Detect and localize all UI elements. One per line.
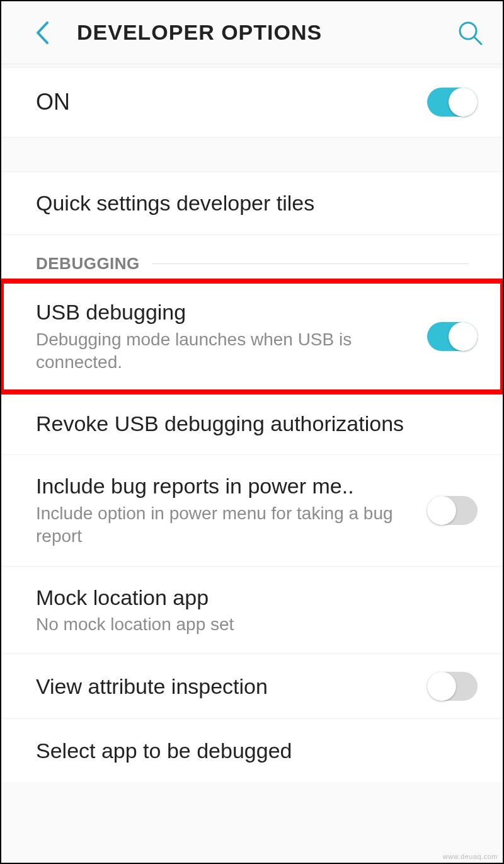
watermark: www.deuaq.com <box>443 853 498 860</box>
page-title: DEVELOPER OPTIONS <box>77 20 456 45</box>
app-header: DEVELOPER OPTIONS <box>1 1 503 64</box>
search-button[interactable] <box>456 19 484 47</box>
master-toggle-switch[interactable] <box>427 88 478 117</box>
chevron-left-icon <box>35 21 49 45</box>
item-title: Select app to be debugged <box>36 737 465 764</box>
section-header-debugging: DEBUGGING <box>1 235 503 281</box>
item-select-app-to-debug[interactable]: Select app to be debugged <box>1 719 503 782</box>
view-attr-toggle[interactable] <box>427 672 478 701</box>
svg-line-1 <box>474 37 481 44</box>
search-icon <box>457 20 483 46</box>
item-title: Include bug reports in power me.. <box>36 473 415 500</box>
divider <box>152 263 468 264</box>
usb-debugging-toggle[interactable] <box>427 322 478 351</box>
item-title: USB debugging <box>36 299 415 326</box>
item-usb-debugging[interactable]: USB debugging Debugging mode launches wh… <box>1 281 503 392</box>
item-description: Include option in power menu for taking … <box>36 502 415 548</box>
item-mock-location-app[interactable]: Mock location app No mock location app s… <box>1 567 503 655</box>
item-description: Debugging mode launches when USB is conn… <box>36 328 415 374</box>
spacer <box>1 137 503 171</box>
item-view-attribute-inspection[interactable]: View attribute inspection <box>1 654 503 719</box>
master-toggle-row[interactable]: ON <box>1 67 503 137</box>
item-title: Quick settings developer tiles <box>36 190 465 217</box>
item-revoke-usb-auth[interactable]: Revoke USB debugging authorizations <box>1 392 503 455</box>
settings-list: Quick settings developer tiles DEBUGGING… <box>1 171 503 782</box>
master-toggle-label: ON <box>36 89 70 115</box>
item-quick-settings-tiles[interactable]: Quick settings developer tiles <box>1 172 503 235</box>
item-description: No mock location app set <box>36 613 465 636</box>
back-button[interactable] <box>30 17 55 49</box>
item-title: Revoke USB debugging authorizations <box>36 410 465 437</box>
bug-reports-toggle[interactable] <box>427 496 478 525</box>
item-title: Mock location app <box>36 584 465 611</box>
item-title: View attribute inspection <box>36 673 415 700</box>
item-bug-reports-power-menu[interactable]: Include bug reports in power me.. Includ… <box>1 455 503 566</box>
section-label: DEBUGGING <box>36 254 140 274</box>
